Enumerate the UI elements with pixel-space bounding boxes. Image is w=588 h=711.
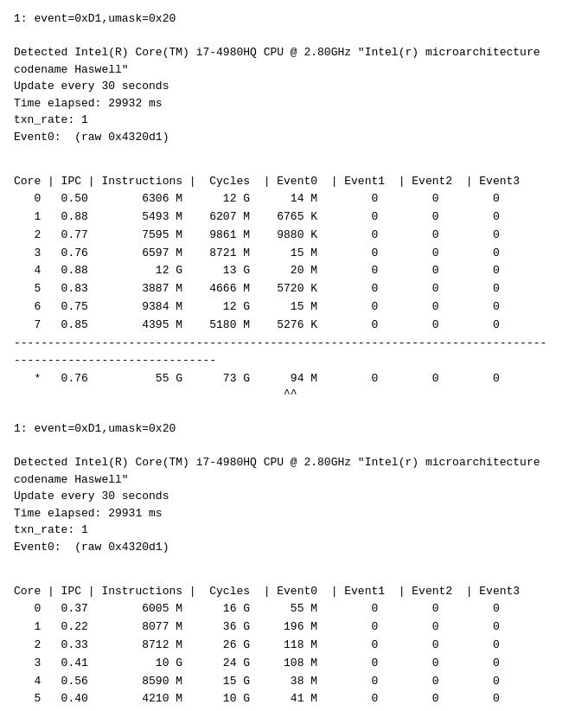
info-line-5: Event0: (raw 0x4320d1) [14,539,574,556]
info-line-0: Detected Intel(R) Core(TM) i7-4980HQ CPU… [14,44,574,61]
caret-indicator: ^^ [14,388,574,400]
table-row: 4 0.56 8590 M 15 G 38 M 0 0 0 [14,673,574,691]
table-section: Core | IPC | Instructions | Cycles | Eve… [14,173,574,335]
table-section: Core | IPC | Instructions | Cycles | Eve… [14,583,574,711]
table-row: 7 0.85 4395 M 5180 M 5276 K 0 0 0 [14,317,574,335]
table-row: 3 0.41 10 G 24 G 108 M 0 0 0 [14,655,574,673]
info-line-4: txn_rate: 1 [14,112,574,129]
table-row: 2 0.33 8712 M 26 G 118 M 0 0 0 [14,637,574,655]
table-row: 1 0.22 8077 M 36 G 196 M 0 0 0 [14,618,574,637]
table-row: 3 0.76 6597 M 8721 M 15 M 0 0 0 [14,245,574,263]
info-line-5: Event0: (raw 0x4320d1) [14,129,574,146]
info-line-2: Update every 30 seconds [14,488,574,505]
info-line-0: Detected Intel(R) Core(TM) i7-4980HQ CPU… [14,454,574,471]
blank-line [14,438,574,455]
blank-line [14,28,574,45]
block-header: 1: event=0xD1,umask=0x20 [14,10,574,28]
table-row: 5 0.83 3887 M 4666 M 5720 K 0 0 0 [14,280,574,298]
table-row: 5 0.40 4210 M 10 G 41 M 0 0 0 [14,690,574,708]
table-header: Core | IPC | Instructions | Cycles | Eve… [14,583,574,601]
info-line-1: codename Haswell" [14,471,574,489]
table-header: Core | IPC | Instructions | Cycles | Eve… [14,173,574,191]
blank-line [14,555,574,573]
table-row: 0 0.37 6005 M 16 G 55 M 0 0 0 [14,600,574,618]
table-row: 6 0.75 9384 M 12 G 15 M 0 0 0 [14,298,574,317]
table-row: 1 0.88 5493 M 6207 M 6765 K 0 0 0 [14,208,574,227]
block-header: 1: event=0xD1,umask=0x20 [14,420,574,438]
blank-line [14,145,574,163]
block-1: 1: event=0xD1,umask=0x20 Detected Intel(… [14,10,574,400]
table-row: 2 0.77 7595 M 9861 M 9880 K 0 0 0 [14,227,574,245]
table-row: 4 0.88 12 G 13 G 20 M 0 0 0 [14,262,574,280]
summary-row: * 0.76 55 G 73 G 94 M 0 0 0 [14,370,574,388]
info-line-1: codename Haswell" [14,61,574,79]
info-line-3: Time elapsed: 29932 ms [14,95,574,112]
table-row: 0 0.50 6306 M 12 G 14 M 0 0 0 [14,190,574,208]
info-line-2: Update every 30 seconds [14,78,574,95]
info-line-4: txn_rate: 1 [14,522,574,539]
block-2: 1: event=0xD1,umask=0x20 Detected Intel(… [14,420,574,711]
info-line-3: Time elapsed: 29931 ms [14,505,574,522]
separator: ----------------------------------------… [14,335,574,371]
terminal-output: 1: event=0xD1,umask=0x20 Detected Intel(… [14,10,574,711]
